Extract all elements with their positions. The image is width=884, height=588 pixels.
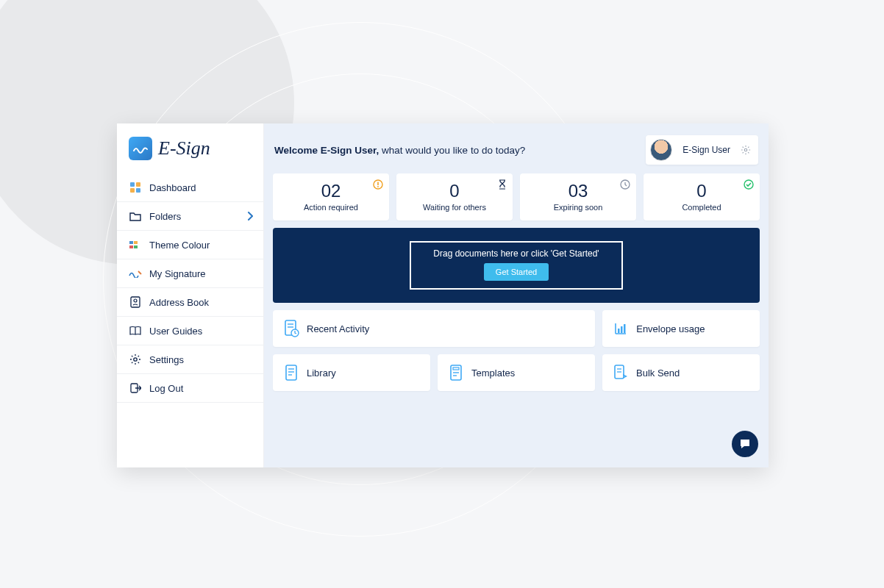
card-envelope-usage[interactable]: Envelope usage	[602, 310, 760, 347]
avatar	[650, 139, 672, 161]
svg-rect-22	[618, 329, 620, 333]
gear-icon[interactable]	[741, 145, 751, 155]
card-label: Library	[307, 368, 336, 379]
svg-rect-23	[621, 326, 623, 333]
svg-rect-24	[624, 324, 626, 333]
stat-value: 03	[526, 181, 630, 201]
folder-icon	[129, 209, 142, 223]
stat-value: 0	[649, 181, 754, 201]
chevron-right-icon	[247, 212, 253, 220]
welcome-prefix: Welcome E-Sign User,	[274, 145, 379, 156]
card-templates[interactable]: Templates	[438, 354, 595, 391]
sidebar-item-label: Log Out	[149, 383, 183, 394]
check-icon	[744, 179, 754, 190]
svg-point-9	[134, 299, 137, 302]
svg-rect-4	[129, 241, 133, 244]
stat-waiting[interactable]: 0 Waiting for others	[396, 173, 513, 220]
signature-icon	[129, 267, 142, 280]
svg-rect-1	[136, 182, 140, 187]
logout-icon	[129, 381, 142, 395]
card-label: Bulk Send	[636, 368, 680, 379]
user-menu[interactable]: E-Sign User	[646, 135, 758, 165]
sidebar-nav: Dashboard Folders Theme Colour	[117, 173, 263, 403]
dashboard-icon	[129, 181, 142, 194]
svg-point-12	[744, 148, 747, 151]
sidebar: E-Sign Dashboard Folders	[117, 123, 264, 467]
stats-row: 02 Action required 0 Waiting for others …	[273, 173, 760, 220]
stat-label: Waiting for others	[402, 203, 507, 212]
stat-label: Expiring soon	[526, 203, 630, 212]
alert-icon	[373, 179, 383, 190]
card-label: Envelope usage	[636, 323, 705, 334]
get-started-button[interactable]: Get Started	[484, 263, 549, 281]
document-clock-icon	[283, 319, 299, 338]
svg-rect-0	[130, 182, 135, 187]
chat-icon	[738, 437, 752, 451]
stat-action-required[interactable]: 02 Action required	[273, 173, 389, 220]
upload-panel: Drag documents here or click 'Get Starte…	[273, 228, 760, 303]
app-window: E-Sign Dashboard Folders	[117, 123, 769, 467]
stat-value: 0	[402, 181, 507, 201]
card-label: Templates	[471, 368, 515, 379]
brand-logo: E-Sign	[117, 123, 263, 173]
svg-rect-5	[134, 241, 138, 244]
sidebar-item-settings[interactable]: Settings	[117, 345, 263, 374]
stat-completed[interactable]: 0 Completed	[644, 173, 760, 220]
stat-label: Action required	[279, 203, 383, 212]
sidebar-item-logout[interactable]: Log Out	[117, 374, 263, 403]
sidebar-item-label: My Signature	[149, 268, 206, 279]
sidebar-item-signature[interactable]: My Signature	[117, 259, 263, 288]
card-recent-activity[interactable]: Recent Activity	[273, 310, 595, 347]
sidebar-item-label: Dashboard	[149, 182, 196, 193]
gear-icon	[129, 353, 142, 366]
user-name: E-Sign User	[682, 145, 730, 155]
sidebar-item-label: Settings	[149, 354, 184, 365]
sidebar-item-label: Address Book	[149, 297, 209, 308]
card-library[interactable]: Library	[273, 354, 430, 391]
address-book-icon	[129, 295, 142, 309]
sidebar-item-folders[interactable]: Folders	[117, 202, 263, 231]
hourglass-icon	[498, 179, 507, 190]
stat-value: 02	[279, 181, 383, 201]
row-library-templates-bulk: Library Templates Bulk Send	[273, 354, 760, 391]
topbar: Welcome E-Sign User, what would you like…	[273, 132, 760, 166]
sidebar-item-dashboard[interactable]: Dashboard	[117, 173, 263, 202]
welcome-suffix: what would you like to do today?	[379, 145, 525, 156]
theme-icon	[129, 238, 142, 251]
chat-fab[interactable]	[732, 431, 758, 457]
card-bulk-send[interactable]: Bulk Send	[602, 354, 760, 391]
row-activity-usage: Recent Activity Envelope usage	[273, 310, 760, 347]
bulk-send-icon	[613, 363, 629, 382]
bar-chart-icon	[613, 319, 629, 338]
sidebar-item-label: Folders	[149, 211, 181, 222]
book-icon	[129, 324, 142, 337]
svg-point-15	[377, 186, 379, 187]
sidebar-item-guides[interactable]: User Guides	[117, 317, 263, 345]
svg-rect-25	[286, 365, 296, 380]
card-label: Recent Activity	[307, 323, 369, 334]
svg-rect-2	[130, 188, 135, 193]
svg-rect-3	[136, 188, 140, 193]
dropzone[interactable]: Drag documents here or click 'Get Starte…	[410, 241, 622, 290]
brand-name: E-Sign	[158, 137, 210, 159]
sidebar-item-label: Theme Colour	[149, 240, 210, 251]
sidebar-item-theme[interactable]: Theme Colour	[117, 231, 263, 259]
svg-point-10	[134, 358, 137, 361]
welcome-text: Welcome E-Sign User, what would you like…	[274, 145, 525, 156]
svg-rect-7	[134, 245, 138, 248]
stat-label: Completed	[649, 203, 754, 212]
document-icon	[283, 363, 299, 382]
dropzone-hint: Drag documents here or click 'Get Starte…	[433, 248, 599, 259]
stat-expiring[interactable]: 03 Expiring soon	[520, 173, 636, 220]
svg-rect-6	[129, 245, 133, 248]
sidebar-item-label: User Guides	[149, 326, 202, 337]
template-icon	[448, 363, 464, 382]
main-panel: Welcome E-Sign User, what would you like…	[264, 123, 769, 467]
logo-icon	[129, 137, 152, 160]
sidebar-item-addressbook[interactable]: Address Book	[117, 288, 263, 317]
clock-icon	[620, 179, 630, 190]
svg-rect-30	[453, 368, 459, 370]
